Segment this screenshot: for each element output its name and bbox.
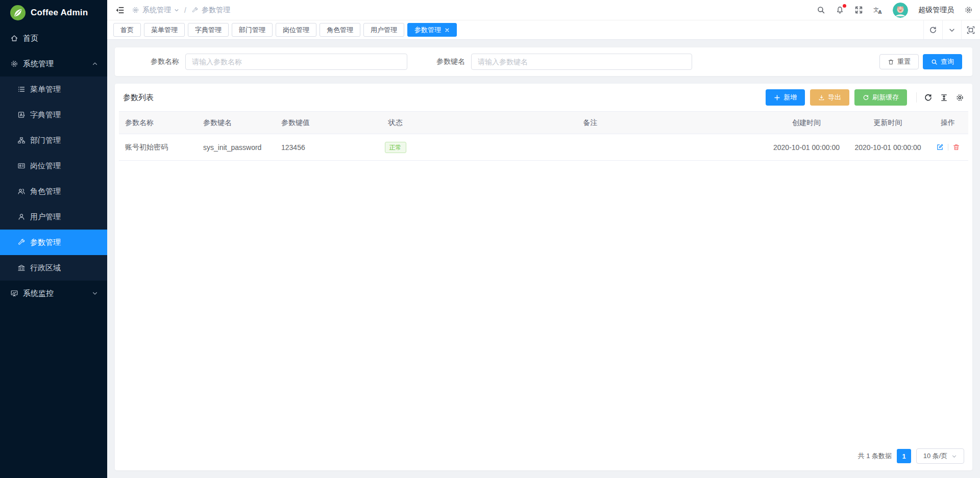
param-key-input[interactable] <box>471 54 692 70</box>
sidebar-item-label: 部门管理 <box>30 136 61 145</box>
logo[interactable]: Coffee Admin <box>0 0 107 26</box>
sidebar-item-home[interactable]: 首页 <box>0 26 107 51</box>
sidebar-item-dict-mgmt[interactable]: 字典管理 <box>0 102 107 128</box>
add-button-label: 新增 <box>783 93 797 102</box>
export-button-label: 导出 <box>828 93 841 102</box>
sidebar-item-label: 角色管理 <box>30 187 61 196</box>
page-size-select[interactable]: 10 条/页 <box>916 448 964 464</box>
tab-param-mgmt[interactable]: 参数管理 <box>407 23 457 37</box>
sidebar-item-dept-mgmt[interactable]: 部门管理 <box>0 128 107 153</box>
tabs-bar: 首页 菜单管理 字典管理 部门管理 岗位管理 角色管理 用户管理 参数管理 <box>107 20 980 40</box>
breadcrumb-system[interactable]: 系统管理 <box>132 6 179 15</box>
sidebar-item-label: 行政区域 <box>30 263 61 273</box>
app-root: Coffee Admin 首页 系统管理 菜单管理 字典管理 部 <box>0 0 980 478</box>
menu-list-icon <box>17 85 26 93</box>
tab-home[interactable]: 首页 <box>113 23 141 37</box>
cell-updated: 2020-10-01 00:00:00 <box>848 134 927 161</box>
tabs-dropdown-chevron-icon[interactable] <box>942 20 961 39</box>
cell-param-value: 123456 <box>275 134 375 161</box>
user-name[interactable]: 超级管理员 <box>918 6 954 15</box>
chevron-down-icon <box>174 8 179 13</box>
breadcrumb-params[interactable]: 参数管理 <box>191 6 230 15</box>
sidebar-item-label: 首页 <box>23 34 38 43</box>
download-icon <box>818 94 825 101</box>
divider <box>948 144 948 150</box>
page-1-button[interactable]: 1 <box>897 449 911 463</box>
refresh-cache-button-label: 刷新缓存 <box>872 93 899 102</box>
row-density-icon[interactable] <box>940 93 948 102</box>
sidebar-item-label: 字典管理 <box>30 110 61 120</box>
tab-menu-mgmt[interactable]: 菜单管理 <box>144 23 185 37</box>
breadcrumb: 系统管理 / 参数管理 <box>132 6 230 15</box>
param-name-input[interactable] <box>185 54 407 70</box>
sidebar-item-user-mgmt[interactable]: 用户管理 <box>0 204 107 230</box>
sidebar-item-monitor[interactable]: 系统监控 <box>0 281 107 306</box>
add-button[interactable]: 新增 <box>766 89 805 106</box>
col-param-key: 参数键名 <box>197 112 275 134</box>
fullscreen-icon[interactable] <box>854 6 863 14</box>
home-icon <box>10 34 18 42</box>
sidebar-item-region[interactable]: 行政区域 <box>0 255 107 281</box>
tab-dept-mgmt[interactable]: 部门管理 <box>232 23 273 37</box>
notification-bell-icon[interactable] <box>836 6 844 14</box>
column-settings-gear-icon[interactable] <box>955 93 964 102</box>
wrench-icon <box>17 238 26 246</box>
edit-row-icon[interactable] <box>936 143 944 151</box>
chevron-up-icon <box>92 61 98 67</box>
card-header: 参数列表 新增 导出 刷新缓存 <box>115 84 972 111</box>
refresh-icon <box>863 94 869 101</box>
sidebar-item-role-mgmt[interactable]: 角色管理 <box>0 179 107 204</box>
sidebar-item-label: 参数管理 <box>30 238 61 247</box>
search-icon[interactable] <box>817 6 825 14</box>
tab-post-mgmt[interactable]: 岗位管理 <box>276 23 316 37</box>
table-header-row: 参数名称 参数键名 参数键值 状态 备注 创建时间 更新时间 操作 <box>119 112 968 134</box>
settings-gear-icon[interactable] <box>964 6 973 14</box>
svg-text:A: A <box>878 10 882 15</box>
card-title: 参数列表 <box>123 93 154 103</box>
user-icon <box>17 213 26 221</box>
gear-icon <box>10 60 18 68</box>
col-param-name: 参数名称 <box>119 112 197 134</box>
col-status: 状态 <box>375 112 416 134</box>
sidebar-item-system[interactable]: 系统管理 <box>0 51 107 77</box>
filter-card: 参数名称 参数键名 重置 查询 <box>115 47 972 76</box>
search-icon <box>931 59 938 65</box>
close-tab-icon[interactable] <box>445 28 450 33</box>
search-button[interactable]: 查询 <box>923 54 962 69</box>
cell-remark <box>416 134 765 161</box>
content-area: 参数名称 参数键名 重置 查询 参数列表 <box>107 40 980 478</box>
delete-row-icon[interactable] <box>952 143 960 151</box>
sidebar-item-label: 岗位管理 <box>30 161 61 171</box>
chevron-down-icon <box>92 290 98 296</box>
col-remark: 备注 <box>416 112 765 134</box>
tab-label: 岗位管理 <box>283 26 309 35</box>
org-tree-icon <box>17 136 26 144</box>
sidebar-item-post-mgmt[interactable]: 岗位管理 <box>0 153 107 179</box>
refresh-page-icon[interactable] <box>923 20 942 39</box>
pagination-total: 共 1 条数据 <box>858 451 892 461</box>
reset-button[interactable]: 重置 <box>879 54 919 69</box>
col-created: 创建时间 <box>765 112 848 134</box>
sidebar-item-param-mgmt[interactable]: 参数管理 <box>0 230 107 255</box>
reset-button-label: 重置 <box>897 57 911 66</box>
collapse-sidebar-icon[interactable] <box>115 6 125 15</box>
sidebar-item-menu-mgmt[interactable]: 菜单管理 <box>0 77 107 102</box>
breadcrumb-separator: / <box>184 6 186 14</box>
refresh-cache-button[interactable]: 刷新缓存 <box>854 89 907 106</box>
content-fullscreen-icon[interactable] <box>961 20 980 39</box>
refresh-table-icon[interactable] <box>924 93 933 102</box>
sidebar: Coffee Admin 首页 系统管理 菜单管理 字典管理 部 <box>0 0 107 478</box>
translate-icon[interactable]: 文A <box>873 6 883 15</box>
param-list-card: 参数列表 新增 导出 刷新缓存 <box>115 84 972 470</box>
col-actions: 操作 <box>927 112 968 134</box>
tab-role-mgmt[interactable]: 角色管理 <box>320 23 360 37</box>
coffee-leaf-logo-icon <box>10 5 26 20</box>
user-avatar[interactable] <box>893 3 908 18</box>
system-submenu: 菜单管理 字典管理 部门管理 岗位管理 角色管理 用户管理 <box>0 77 107 281</box>
tab-user-mgmt[interactable]: 用户管理 <box>363 23 404 37</box>
status-badge: 正常 <box>385 142 406 153</box>
tab-dict-mgmt[interactable]: 字典管理 <box>188 23 229 37</box>
export-button[interactable]: 导出 <box>810 89 849 106</box>
tab-label: 参数管理 <box>414 26 441 35</box>
breadcrumb-level2: 参数管理 <box>202 6 230 15</box>
